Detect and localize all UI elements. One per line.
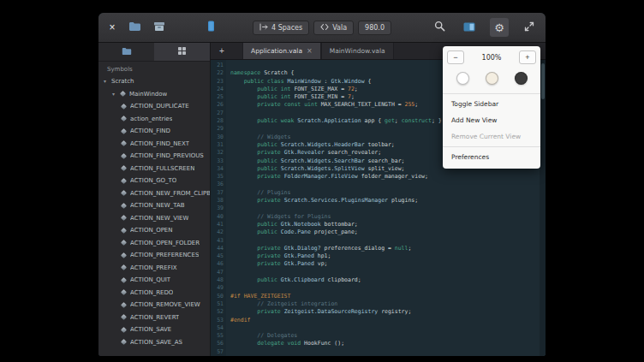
code-line[interactable]: 48 public Gtk.Clipboard clipboard; — [211, 276, 546, 284]
sidebar: Symbols ▾Scratch▾MainWindowACTION_DUPLIC… — [98, 43, 211, 356]
line-number: 38 — [211, 197, 226, 205]
indent-width-button[interactable]: 4 Spaces — [253, 21, 309, 35]
expander-icon[interactable]: ▾ — [104, 79, 110, 84]
editor-scrollbar-track[interactable] — [540, 59, 546, 356]
tree-item-ACTION_SAVE_AS[interactable]: ACTION_SAVE_AS — [98, 336, 210, 349]
open-folder-button[interactable] — [125, 18, 144, 37]
close-button[interactable]: × — [105, 22, 119, 33]
gear-icon: ⚙ — [494, 22, 504, 33]
tree-item-label: ACTION_FULLSCREEN — [130, 165, 194, 172]
tree-item-label: ACTION_FIND — [130, 128, 170, 134]
new-tab-button[interactable]: + — [213, 43, 230, 59]
gear-menu-button[interactable]: ⚙ — [490, 18, 509, 37]
tree-item-MainWindow[interactable]: ▾MainWindow — [98, 88, 210, 101]
tree-item-label: ACTION_OPEN — [130, 227, 173, 234]
code-line-text: private FolderManager.FileView folder_ma… — [226, 173, 428, 181]
code-line-text: private Scratch.Services.PluginsManager … — [226, 197, 418, 205]
code-line-text: // Delegates — [226, 332, 297, 340]
tree-item-label: ACTION_OPEN_FOLDER — [130, 240, 200, 246]
tab-MainWindow.vala[interactable]: MainWindow.vala — [321, 43, 394, 59]
tree-item-ACTION_GO_TO[interactable]: ACTION_GO_TO — [98, 175, 210, 187]
tree-item-ACTION_FULLSCREEN[interactable]: ACTION_FULLSCREEN — [98, 163, 210, 175]
code-line[interactable]: 43 — [211, 237, 546, 245]
code-line[interactable]: 44 private Gtk.Dialog? preferences_dialo… — [211, 245, 546, 252]
scheme-sepia-button[interactable] — [486, 72, 498, 85]
code-line[interactable]: 47 — [211, 269, 546, 276]
tree-item-action_entries[interactable]: action_entries — [98, 113, 210, 126]
tree-item-ACTION_DUPLICATE[interactable]: ACTION_DUPLICATE — [98, 100, 210, 113]
code-line[interactable]: 49 — [211, 284, 546, 292]
tree-item-ACTION_PREFIX[interactable]: ACTION_PREFIX — [98, 262, 210, 275]
code-line-text: private Zeitgeist.DataSourceRegistry reg… — [226, 308, 411, 316]
tree-item-ACTION_REVERT[interactable]: ACTION_REVERT — [98, 312, 210, 324]
expander-icon[interactable]: ▾ — [112, 92, 118, 97]
tree-item-label: Scratch — [111, 78, 134, 85]
menu-item-add-new-view[interactable]: Add New View — [446, 112, 537, 128]
code-line[interactable]: 41 public Gtk.Notebook bottombar; — [211, 221, 546, 228]
tab-close-button[interactable]: × — [307, 48, 313, 55]
tree-item-ACTION_NEW_VIEW[interactable]: ACTION_NEW_VIEW — [98, 212, 210, 225]
files-view-button[interactable] — [98, 43, 154, 61]
zoom-out-button[interactable]: − — [447, 50, 464, 64]
code-line[interactable]: 57 — [211, 348, 546, 356]
tree-item-ACTION_NEW_TAB[interactable]: ACTION_NEW_TAB — [98, 199, 210, 212]
tree-item-ACTION_FIND_PREVIOUS[interactable]: ACTION_FIND_PREVIOUS — [98, 150, 210, 163]
code-line[interactable]: 53#endif — [211, 317, 546, 324]
split-view-button[interactable] — [460, 18, 479, 37]
code-line[interactable]: 42 public Code.Pane project_pane; — [211, 228, 546, 236]
tree-item-label: ACTION_REDO — [130, 289, 173, 296]
menu-item-preferences[interactable]: Preferences — [446, 149, 537, 165]
line-number: 23 — [211, 78, 226, 86]
tree-item-label: ACTION_DUPLICATE — [130, 103, 189, 110]
code-line[interactable]: 56 delegate void HookFunc (); — [211, 340, 546, 347]
editor-scrollbar-thumb[interactable] — [541, 63, 545, 99]
code-line-text: public Gtk.Notebook bottombar; — [226, 221, 358, 228]
code-line[interactable]: 39 — [211, 205, 546, 212]
line-number: 26 — [211, 101, 226, 109]
tree-item-ACTION_PREFERENCES[interactable]: ACTION_PREFERENCES — [98, 249, 210, 262]
tree-item-ACTION_SAVE[interactable]: ACTION_SAVE — [98, 323, 210, 336]
tree-item-ACTION_FIND_NEXT[interactable]: ACTION_FIND_NEXT — [98, 138, 210, 151]
code-line-text — [226, 284, 230, 292]
line-number: 28 — [211, 117, 226, 125]
line-number: 53 — [211, 317, 226, 324]
tree-item-ACTION_OPEN_FOLDER[interactable]: ACTION_OPEN_FOLDER — [98, 237, 210, 250]
scheme-light-button[interactable] — [456, 72, 469, 85]
scheme-dark-button[interactable] — [515, 72, 528, 85]
line-number: 39 — [211, 205, 226, 212]
symbols-view-button[interactable] — [154, 43, 210, 61]
code-line[interactable]: 45 private Gtk.Paned hp1; — [211, 252, 546, 260]
search-button[interactable] — [430, 18, 449, 37]
code-brackets-icon — [320, 23, 329, 33]
code-line[interactable]: 35 private FolderManager.FileView folder… — [211, 173, 546, 181]
tab-Application.vala[interactable]: Application.vala× — [242, 43, 321, 59]
code-line[interactable]: 52 private Zeitgeist.DataSourceRegistry … — [211, 308, 546, 316]
code-line[interactable]: 46 private Gtk.Paned vp; — [211, 260, 546, 268]
zoom-in-button[interactable]: + — [519, 50, 536, 64]
code-line-text: #endif — [226, 317, 250, 324]
code-line[interactable]: 36 — [211, 181, 546, 188]
code-line[interactable]: 55 // Delegates — [211, 332, 546, 340]
code-line[interactable]: 37 // Plugins — [211, 189, 546, 197]
tree-item-ACTION_QUIT[interactable]: ACTION_QUIT — [98, 274, 210, 287]
symbol-diamond-icon — [121, 240, 127, 246]
goto-position-button[interactable]: 980.0 — [358, 21, 391, 35]
tree-item-ACTION_FIND[interactable]: ACTION_FIND — [98, 125, 210, 138]
code-line[interactable]: 38 private Scratch.Services.PluginsManag… — [211, 197, 546, 205]
code-line[interactable]: 54 — [211, 324, 546, 332]
code-line[interactable]: 40 // Widgets for Plugins — [211, 213, 546, 221]
code-line-text: // Widgets for Plugins — [226, 213, 331, 221]
code-line[interactable]: 51 // Zeitgeist integration — [211, 300, 546, 308]
tree-item-ACTION_REMOVE_VIEW[interactable]: ACTION_REMOVE_VIEW — [98, 299, 210, 312]
tree-item-ACTION_NEW_FROM_CLIPBOARD[interactable]: ACTION_NEW_FROM_CLIPBOARD — [98, 187, 210, 200]
tree-item-Scratch[interactable]: ▾Scratch — [98, 75, 210, 88]
language-button[interactable]: Vala — [313, 21, 354, 35]
tree-item-ACTION_REDO[interactable]: ACTION_REDO — [98, 287, 210, 300]
templates-button[interactable] — [150, 18, 169, 37]
fullscreen-button[interactable] — [520, 18, 539, 37]
code-line[interactable]: 50#if HAVE_ZEITGEIST — [211, 293, 546, 300]
menu-item-toggle-sidebar[interactable]: Toggle Sidebar — [446, 96, 537, 112]
bookmark-button[interactable] — [201, 18, 220, 37]
symbol-diamond-icon — [120, 91, 126, 97]
tree-item-ACTION_OPEN[interactable]: ACTION_OPEN — [98, 224, 210, 237]
